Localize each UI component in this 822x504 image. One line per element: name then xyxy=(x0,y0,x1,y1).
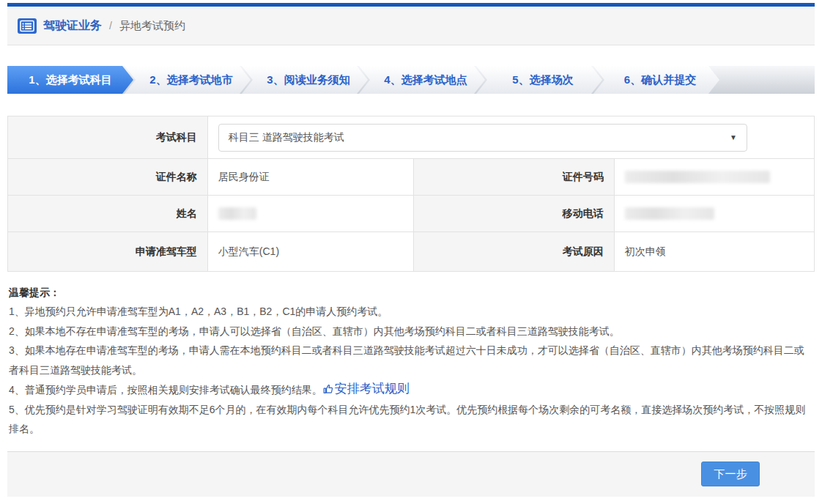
exam-reason-label: 考试原因 xyxy=(413,232,614,272)
phone-label: 移动电话 xyxy=(413,196,614,232)
id-number-cell xyxy=(614,159,814,196)
step-wizard: 1、选择考试科目 2、选择考试地市 3、阅读业务须知 4、选择考试地点 5、选择… xyxy=(7,66,815,94)
exam-subject-cell: 科目三 道路驾驶技能考试 ▼ xyxy=(207,116,814,159)
chevron-down-icon: ▼ xyxy=(730,133,737,141)
tip-item-2: 2、如果本地不存在申请准驾车型的考场，申请人可以选择省（自治区、直辖市）内其他考… xyxy=(9,322,813,341)
name-label: 姓名 xyxy=(8,196,208,232)
table-row: 姓名 移动电话 xyxy=(8,196,815,232)
breadcrumb-separator: / xyxy=(109,20,112,32)
table-row: 申请准驾车型 小型汽车(C1) 考试原因 初次申领 xyxy=(8,232,815,272)
table-row: 考试科目 科目三 道路驾驶技能考试 ▼ xyxy=(8,116,815,159)
breadcrumb-section-link[interactable]: 驾驶证业务 xyxy=(43,18,102,34)
name-cell xyxy=(207,196,413,232)
page: 驾驶证业务 / 异地考试预约 1、选择考试科目 2、选择考试地市 3、阅读业务须… xyxy=(0,0,822,504)
tips-section: 温馨提示： 1、异地预约只允许申请准驾车型为A1，A2，A3，B1，B2，C1的… xyxy=(9,283,813,439)
tip-item-5: 5、优先预约是针对学习驾驶证明有效期不足6个月的，在有效期内每个科目允许优先预约… xyxy=(9,400,813,439)
redacted-name xyxy=(218,207,256,220)
step-tab-1-select-subject[interactable]: 1、选择考试科目 xyxy=(7,66,133,94)
footer-bar: 下一步 xyxy=(7,451,815,497)
step-tab-4-select-site: 4、选择考试地点 xyxy=(359,66,485,94)
table-row: 证件名称 居民身份证 证件号码 xyxy=(8,159,815,196)
redacted-id-number xyxy=(625,171,770,183)
redacted-phone xyxy=(625,207,714,220)
application-info-table: 考试科目 科目三 道路驾驶技能考试 ▼ 证件名称 居民身份证 证件号码 姓名 移… xyxy=(7,116,815,272)
breadcrumb: 驾驶证业务 / 异地考试预约 xyxy=(7,7,815,45)
exam-subject-select[interactable]: 科目三 道路驾驶技能考试 ▼ xyxy=(218,124,747,152)
tip-item-4: 4、普通预约学员申请后，按照相关规则安排考试确认最终预约结果。安排考试规则 xyxy=(9,379,813,400)
tips-title: 温馨提示： xyxy=(9,283,813,302)
step-tab-3-read-notice: 3、阅读业务须知 xyxy=(242,66,368,94)
vehicle-type-label: 申请准驾车型 xyxy=(8,232,208,272)
phone-cell xyxy=(614,196,814,232)
tip-item-1: 1、异地预约只允许申请准驾车型为A1，A2，A3，B1，B2，C1的申请人预约考… xyxy=(9,302,813,322)
exam-rules-link[interactable]: 安排考试规则 xyxy=(322,379,410,399)
id-type-value: 居民身份证 xyxy=(207,159,413,196)
exam-subject-label: 考试科目 xyxy=(8,116,208,159)
vehicle-type-value: 小型汽车(C1) xyxy=(207,232,413,272)
step-tab-5-select-session: 5、选择场次 xyxy=(476,66,602,94)
tip-item-4-text: 4、普通预约学员申请后，按照相关规则安排考试确认最终预约结果。 xyxy=(9,384,322,396)
id-type-label: 证件名称 xyxy=(8,159,208,196)
step-wizard-filler xyxy=(719,66,815,94)
tip-item-3: 3、如果本地存在申请准驾车型的考场，申请人需在本地预约科目二或者科目三道路驾驶技… xyxy=(9,341,813,379)
breadcrumb-current-page: 异地考试预约 xyxy=(119,19,185,33)
step-tab-6-confirm-submit: 6、确认并提交 xyxy=(593,66,719,94)
exam-subject-selected-value: 科目三 道路驾驶技能考试 xyxy=(229,131,344,144)
exam-rules-link-label: 安排考试规则 xyxy=(335,379,410,399)
list-icon xyxy=(18,18,37,34)
id-number-label: 证件号码 xyxy=(413,159,614,196)
thumbs-up-icon xyxy=(322,383,334,395)
next-step-button[interactable]: 下一步 xyxy=(701,462,760,486)
exam-reason-value: 初次申领 xyxy=(614,232,814,272)
step-tab-2-select-city: 2、选择考试地市 xyxy=(125,66,251,94)
